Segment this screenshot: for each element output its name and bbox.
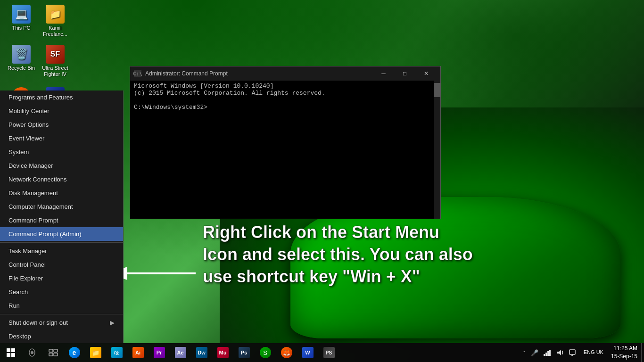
annotation-text: Right Click on the Start Menu Icon and s… (203, 222, 476, 288)
menu-item-desktop[interactable]: Desktop (0, 329, 123, 343)
cmd-maximize-button[interactable]: □ (394, 66, 415, 81)
svg-rect-12 (544, 354, 545, 356)
menu-item-task-manager[interactable]: Task Manager (0, 244, 123, 258)
menu-item-file-explorer[interactable]: File Explorer (0, 272, 123, 285)
svg-rect-14 (547, 351, 549, 356)
cmd-line2: (c) 2015 Microsoft Corporation. All righ… (134, 90, 437, 97)
menu-item-run[interactable]: Run (0, 299, 123, 313)
cmd-prompt-window[interactable]: C:\ Administrator: Command Prompt ─ □ ✕ … (130, 66, 441, 219)
taskbar-task-view[interactable] (42, 343, 64, 362)
tray-mic-icon[interactable]: 🎤 (529, 349, 540, 356)
menu-item-shutdown[interactable]: Shut down or sign out ▶ (0, 316, 123, 329)
cmd-title-text: Administrator: Command Prompt (145, 70, 373, 77)
svg-point-7 (31, 351, 33, 354)
cmd-line3 (134, 97, 437, 104)
menu-item-mobility-center[interactable]: Mobility Center (0, 104, 123, 118)
taskbar-cortana[interactable] (21, 343, 42, 362)
show-desktop-button[interactable] (641, 343, 644, 362)
menu-item-programs-features[interactable]: Programs and Features (0, 90, 123, 104)
cmd-titlebar: C:\ Administrator: Command Prompt ─ □ ✕ (130, 66, 440, 81)
winx-context-menu: Programs and Features Mobility Center Po… (0, 90, 124, 343)
taskbar-pr[interactable]: Pr (149, 343, 170, 362)
taskbar-ae[interactable]: Ae (170, 343, 191, 362)
menu-item-device-manager[interactable]: Device Manager (0, 159, 123, 173)
taskbar-word[interactable]: W (297, 343, 318, 362)
taskbar-mu[interactable]: Mu (212, 343, 233, 362)
menu-item-computer-management[interactable]: Computer Management (0, 200, 123, 214)
cmd-line4: C:\Windows\system32> (134, 104, 437, 111)
cmd-window-icon: C:\ (134, 70, 141, 77)
menu-item-search[interactable]: Search (0, 285, 123, 299)
menu-item-power-options[interactable]: Power Options (0, 118, 123, 132)
menu-item-command-prompt-admin[interactable]: Command Prompt (Admin) (0, 227, 123, 241)
tray-notification-icon[interactable] (567, 349, 578, 356)
taskbar-ie[interactable]: e (64, 343, 85, 362)
clock-date: 15-Sep-15 (611, 353, 637, 361)
menu-separator-2 (0, 314, 123, 314)
desktop-icon-ultra-street-fighter[interactable]: SF Ultra Street Fighter IV (39, 45, 72, 77)
annotation-arrow (123, 259, 198, 288)
taskbar-dw[interactable]: Dw (191, 343, 212, 362)
menu-item-disk-management[interactable]: Disk Management (0, 186, 123, 200)
menu-item-command-prompt[interactable]: Command Prompt (0, 214, 123, 227)
start-button[interactable] (0, 343, 21, 362)
desktop-icon-this-pc[interactable]: 💻 This PC (5, 5, 38, 31)
desktop: 💻 This PC 📁 Kamil Freelanc... 🗑️ Recycle… (0, 0, 644, 362)
menu-separator-1 (0, 242, 123, 243)
svg-rect-10 (49, 353, 53, 356)
language-indicator[interactable]: ENG UK (580, 349, 607, 355)
taskbar-powershell[interactable]: PS (318, 343, 339, 362)
system-tray: ⌃ 🎤 (519, 349, 580, 356)
svg-rect-11 (54, 353, 58, 356)
tray-network-icon[interactable] (542, 349, 553, 356)
taskbar: e 📁 🛍 Ai Pr Ae Dw Mu Ps S 🦊 (0, 343, 644, 362)
desktop-icon-recycle-bin[interactable]: 🗑️ Recycle Bin (5, 45, 38, 71)
cmd-scrollbar[interactable] (434, 81, 440, 219)
svg-rect-8 (49, 349, 53, 352)
clock-time: 11:25 AM (611, 345, 637, 353)
taskbar-ai[interactable]: Ai (127, 343, 149, 362)
svg-rect-13 (545, 353, 547, 356)
desktop-icon-kamil[interactable]: 📁 Kamil Freelanc... (39, 5, 72, 37)
tray-expand-button[interactable]: ⌃ (521, 350, 528, 355)
cmd-line1: Microsoft Windows [Version 10.0.10240] (134, 82, 437, 90)
svg-rect-17 (570, 350, 575, 354)
chevron-right-icon: ▶ (110, 319, 115, 326)
tray-volume-icon[interactable] (554, 349, 566, 356)
taskbar-skype[interactable]: S (255, 343, 276, 362)
menu-item-system[interactable]: System (0, 145, 123, 159)
clock-area[interactable]: 11:25 AM 15-Sep-15 (607, 345, 641, 361)
taskbar-store[interactable]: 🛍 (106, 343, 127, 362)
menu-item-network-connections[interactable]: Network Connections (0, 173, 123, 186)
menu-item-event-viewer[interactable]: Event Viewer (0, 132, 123, 145)
svg-rect-2 (7, 348, 10, 352)
cmd-minimize-button[interactable]: ─ (373, 66, 394, 81)
svg-rect-3 (11, 348, 15, 352)
taskbar-firefox[interactable]: 🦊 (276, 343, 297, 362)
svg-rect-5 (11, 353, 15, 357)
taskbar-file-explorer[interactable]: 📁 (85, 343, 106, 362)
svg-rect-9 (54, 349, 58, 352)
cmd-content[interactable]: Microsoft Windows [Version 10.0.10240] (… (130, 81, 440, 219)
taskbar-ps[interactable]: Ps (233, 343, 255, 362)
menu-item-control-panel[interactable]: Control Panel (0, 258, 123, 272)
svg-rect-15 (549, 350, 551, 356)
cmd-scroll-thumb[interactable] (434, 83, 440, 97)
svg-marker-16 (557, 350, 561, 355)
cmd-close-button[interactable]: ✕ (415, 66, 437, 81)
svg-rect-4 (7, 353, 10, 357)
